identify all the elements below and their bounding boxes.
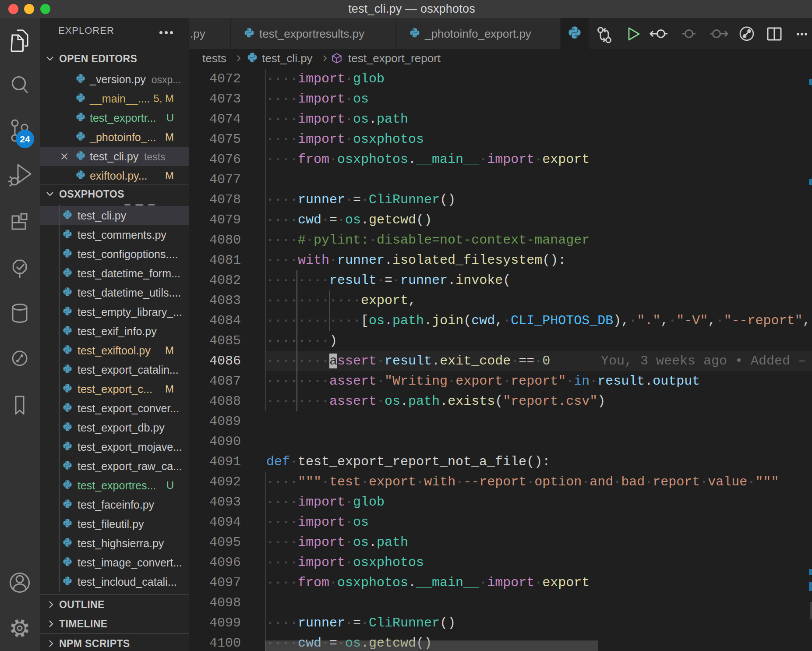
svg-text:24: 24 bbox=[20, 134, 30, 144]
